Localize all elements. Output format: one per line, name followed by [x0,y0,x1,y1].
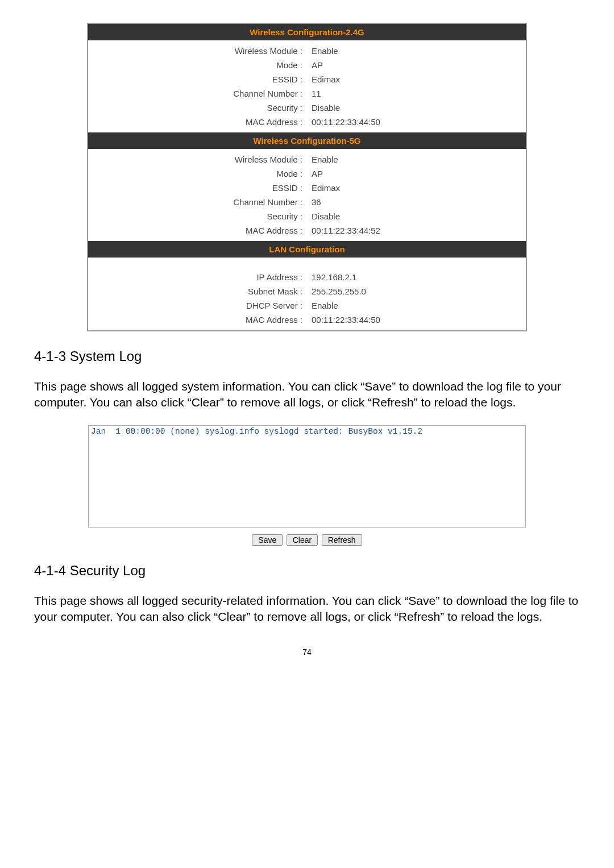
config-row: Security : Disable [88,101,526,115]
config-row: Wireless Module : Enable [88,44,526,58]
config-label: DHCP Server : [88,301,307,310]
clear-button[interactable]: Clear [287,534,318,546]
config-label: ESSID : [88,183,307,193]
config-row: Mode : AP [88,167,526,181]
config-row: MAC Address : 00:11:22:33:44:50 [88,115,526,129]
config-row: Channel Number : 36 [88,195,526,209]
page-number: 74 [34,647,580,657]
system-log-container: Jan 1 00:00:00 (none) syslog.info syslog… [88,425,526,546]
section-header-24g: Wireless Configuration-2.4G [88,24,526,40]
config-label: Security : [88,103,307,113]
config-value: Edimax [307,74,526,84]
config-row: Mode : AP [88,58,526,72]
config-value: 00:11:22:33:44:50 [307,315,526,325]
config-value: AP [307,169,526,178]
config-label: IP Address : [88,272,307,282]
config-value: AP [307,60,526,70]
config-value: Disable [307,103,526,113]
config-label: MAC Address : [88,117,307,127]
config-label: Mode : [88,169,307,178]
refresh-button[interactable]: Refresh [322,534,362,546]
config-row: ESSID : Edimax [88,181,526,195]
section-header-lan: LAN Configuration [88,241,526,258]
section-header-5g: Wireless Configuration-5G [88,132,526,149]
config-row: Subnet Mask : 255.255.255.0 [88,284,526,298]
config-row: MAC Address : 00:11:22:33:44:50 [88,313,526,327]
config-label: ESSID : [88,74,307,84]
config-label: Subnet Mask : [88,286,307,296]
config-label: Mode : [88,60,307,70]
heading-system-log: 4-1-3 System Log [34,348,580,364]
config-row: Channel Number : 11 [88,86,526,101]
config-value: 11 [307,89,526,98]
config-row: Security : Disable [88,209,526,223]
heading-security-log: 4-1-4 Security Log [34,563,580,579]
config-label: Wireless Module : [88,155,307,164]
config-table: Wireless Configuration-2.4G Wireless Mod… [87,23,527,331]
config-value: Enable [307,155,526,164]
config-row: IP Address : 192.168.2.1 [88,270,526,284]
config-label: Wireless Module : [88,46,307,56]
body-security-log: This page shows all logged security-rela… [34,593,580,625]
config-value: 00:11:22:33:44:50 [307,117,526,127]
config-value: Enable [307,301,526,310]
config-label: MAC Address : [88,226,307,235]
config-value: Disable [307,211,526,221]
config-value: 36 [307,197,526,207]
config-row: MAC Address : 00:11:22:33:44:52 [88,223,526,238]
config-row: DHCP Server : Enable [88,298,526,313]
config-row: Wireless Module : Enable [88,152,526,167]
save-button[interactable]: Save [252,534,283,546]
body-system-log: This page shows all logged system inform… [34,379,580,411]
system-log-textarea[interactable]: Jan 1 00:00:00 (none) syslog.info syslog… [88,425,526,528]
config-value: 255.255.255.0 [307,286,526,296]
config-value: Enable [307,46,526,56]
config-value: Edimax [307,183,526,193]
config-label: MAC Address : [88,315,307,325]
config-label: Channel Number : [88,89,307,98]
config-label: Channel Number : [88,197,307,207]
config-label: Security : [88,211,307,221]
config-value: 192.168.2.1 [307,272,526,282]
config-value: 00:11:22:33:44:52 [307,226,526,235]
config-row: ESSID : Edimax [88,72,526,86]
